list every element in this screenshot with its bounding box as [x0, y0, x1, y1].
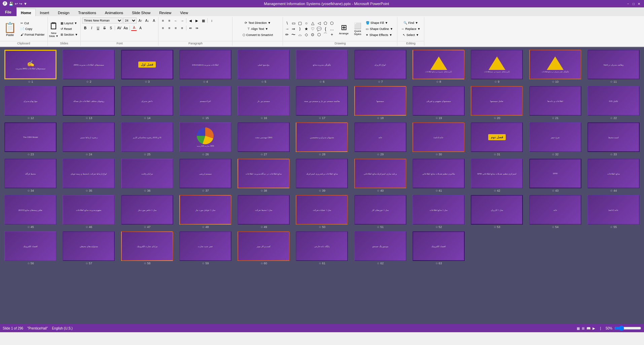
slide-thumbnail-55[interactable]: خانه (ادامه) ☆ 55: [586, 195, 641, 229]
close-button[interactable]: ✕: [637, 1, 641, 6]
slide-thumbnail-17[interactable]: مقایسه سیستم دور باز و سیستم دور بسته ☆ …: [294, 86, 350, 120]
slide-thumbnail-16[interactable]: سیستم دور باز ☆ 16: [236, 86, 291, 120]
select-button[interactable]: ↖ Select ▼: [401, 32, 420, 38]
shape-arc[interactable]: ⌒: [323, 32, 328, 37]
slide-thumbnail-32[interactable]: شرح جیمز ☆ 32: [527, 122, 583, 156]
slide-thumbnail-8[interactable]: تأثیرمتقابل مدیریت بر منابع اطلاعات ☆ 8: [411, 50, 466, 83]
slide-thumbnail-26[interactable]: CBIS مدل به GIS زمینه ☆ 26: [178, 122, 233, 156]
tab-review[interactable]: Review: [155, 9, 176, 16]
shape-effects-button[interactable]: ✦ Shape Effects ▼: [364, 32, 394, 38]
slide-thumbnail-31[interactable]: فصل دوم ☆ 31: [469, 122, 525, 156]
slide-thumbnail-25[interactable]: IS و EOS زنجیره محاسباتی کاربر ☆ 25: [119, 122, 175, 156]
align-text-button[interactable]: ⊤ Align Text ▼: [246, 26, 270, 32]
slide-thumbnail-43[interactable]: SPIR ☆ 43: [527, 159, 583, 192]
new-slide-button[interactable]: 🗒 NewSlide ▼: [49, 21, 59, 38]
shape-pentagon[interactable]: ⬠: [323, 21, 328, 26]
slide-thumbnail-34[interactable]: محیط فرگاه ☆ 34: [3, 159, 58, 192]
slide-thumbnail-6[interactable]: چگونگی مدیریت منابع ☆ 6: [294, 50, 350, 83]
slide-thumbnail-18[interactable]: سیستمها ☆ 18: [353, 86, 408, 120]
section-button[interactable]: ⊞ Section ▼: [59, 32, 79, 37]
normal-view-button[interactable]: ▦: [577, 327, 580, 330]
font-size-select[interactable]: 24: [123, 17, 137, 24]
shape-outline-button[interactable]: ▭ Shape Outline ▼: [364, 26, 394, 32]
slide-thumbnail-56[interactable]: اقتصاد الکترونیک ☆ 56: [3, 231, 58, 265]
ltr-dir-button[interactable]: ⇛: [194, 25, 200, 31]
slide-thumbnail-2[interactable]: سیستم‌های اطلاعات مدیریت (MIS) ☆ 2: [61, 50, 116, 83]
shape-heart[interactable]: ♡: [310, 26, 315, 32]
shape-oval[interactable]: ○: [303, 21, 309, 26]
shape-diamond[interactable]: ◇: [303, 32, 309, 37]
font-shrink-button[interactable]: A↓: [144, 17, 150, 24]
shape-arrow[interactable]: →: [284, 26, 290, 32]
change-case-button[interactable]: Aa: [122, 25, 129, 31]
slide-thumbnail-50[interactable]: مدل □ عملیات شرکت ☆ 50: [294, 195, 350, 229]
slide-thumbnail-9[interactable]: تأثیرمتقابل مدیریت بر منو اطلاعات ☆ 9: [469, 50, 525, 83]
slide-thumbnail-62[interactable]: مونیتورینگ جستجو ☆ 62: [353, 231, 408, 265]
find-button[interactable]: 🔍 Find ▼: [402, 20, 419, 26]
shape-rtri[interactable]: ◁: [316, 21, 322, 26]
tab-view[interactable]: View: [176, 9, 192, 16]
slide-thumbnail-14[interactable]: دانش مدیران ☆ 14: [119, 86, 175, 120]
bold-button[interactable]: B: [82, 25, 88, 31]
highlight-color-button[interactable]: A: [137, 25, 143, 31]
tab-slideshow[interactable]: Slide Show: [128, 9, 155, 16]
shape-callout[interactable]: 💬: [316, 26, 322, 32]
shape-star[interactable]: ★: [303, 26, 309, 32]
slide-thumbnail-1[interactable]: ✍سیستم‌های اطلاعات (MIS) مدیریت ☆ 1: [3, 50, 58, 83]
slide-thumbnail-54[interactable]: خانه ☆ 54: [527, 195, 583, 229]
slideshow-button[interactable]: ▶: [593, 327, 595, 330]
slide-thumbnail-10[interactable]: چگونگی همر مدیران در منابع اطلاعات ☆ 10: [527, 50, 583, 83]
rtl-dir-button[interactable]: ⇚: [187, 25, 193, 31]
tab-home[interactable]: Home: [16, 9, 36, 16]
slide-thumbnail-41[interactable]: مکانیزم تنظیم تعدیلات منابع اطلاعاتی ☆ 4…: [411, 159, 466, 192]
slide-thumbnail-7[interactable]: انواع کاربران ☆ 7: [353, 50, 408, 83]
slide-thumbnail-44[interactable]: منابع اطلاعات ☆ 44: [586, 159, 641, 192]
slide-thumbnail-21[interactable]: اطلاعات و داده ها ☆ 21: [527, 86, 583, 120]
slide-thumbnail-30[interactable]: خانه (ادامه) ☆ 30: [411, 122, 466, 156]
slide-thumbnail-52[interactable]: مدل □ منابع اطلاعات ☆ 52: [411, 195, 466, 229]
slide-thumbnail-58[interactable]: مزایای تجارت الکترونیک ☆ 58: [119, 231, 175, 265]
slide-thumbnail-23[interactable]: The CBIS Model ☆ 23: [3, 122, 58, 156]
tab-animations[interactable]: Animations: [101, 9, 128, 16]
tab-insert[interactable]: Insert: [36, 9, 54, 16]
slide-thumbnail-4[interactable]: اطلاعات مدیریت (Information) ☆ 4: [178, 50, 233, 83]
shape-extra[interactable]: +: [329, 32, 334, 37]
char-spacing-button[interactable]: AV: [116, 25, 122, 31]
slide-thumbnail-57[interactable]: مسئولیت‌های محیطی ☆ 57: [61, 231, 116, 265]
slide-thumbnail-35[interactable]: انواع ارتباط شرکت با محیط و زمینه جویان …: [61, 159, 116, 192]
slide-thumbnail-24[interactable]: زنجیره ارتباط سببی ☆ 24: [61, 122, 116, 156]
align-center-button[interactable]: ≡: [166, 25, 172, 31]
slide-thumbnail-29[interactable]: خانه ☆ 29: [353, 122, 408, 156]
slide-sorter-button[interactable]: ⊞: [582, 327, 584, 330]
reset-button[interactable]: ↺ Reset: [59, 26, 79, 32]
align-right-button[interactable]: ≡: [173, 25, 179, 31]
slide-thumbnail-36[interactable]: مزایای رقابت ☆ 36: [119, 159, 175, 192]
slide-thumbnail-63[interactable]: اقتصاد الکترونیک ☆ 63: [411, 231, 466, 265]
slide-thumbnail-47[interactable]: مدل □ حاضر مورد نیاز ☆ 47: [119, 195, 175, 229]
numbering-button[interactable]: ≡: [166, 17, 172, 24]
bullets-button[interactable]: ≡: [160, 17, 166, 24]
slide-thumbnail-37[interactable]: سیستم ارزشی ☆ 37: [178, 159, 233, 192]
underline-button[interactable]: U: [95, 25, 101, 31]
italic-button[interactable]: I: [88, 25, 95, 31]
qat-save[interactable]: 💾: [9, 2, 13, 6]
shape-more[interactable]: …: [329, 26, 334, 32]
smart-art-col-button[interactable]: ▦: [200, 17, 206, 24]
cut-button[interactable]: ✂ Cut: [19, 21, 46, 26]
qat-undo[interactable]: ↩: [15, 2, 18, 6]
tab-file[interactable]: File: [0, 7, 16, 16]
convert-smartart-button[interactable]: ⬡ Convert to SmartArt: [241, 32, 275, 38]
slide-thumbnail-42[interactable]: استراتژی تنظیم تعدیلات منابع اطلاعاتی SP…: [469, 159, 525, 192]
replace-button[interactable]: ↔ Replace ▼: [400, 26, 422, 32]
reading-view-button[interactable]: 📖: [586, 327, 591, 330]
shape-freeform[interactable]: ✏: [284, 32, 290, 37]
slide-thumbnail-3[interactable]: فصل اول ☆ 3: [119, 50, 175, 83]
slide-thumbnail-59[interactable]: عصر جدید تجارت ☆ 59: [178, 231, 233, 265]
slide-thumbnail-60[interactable]: کسب و کار موثر ☆ 60: [236, 231, 291, 265]
qat-customize[interactable]: ▼: [24, 2, 27, 6]
arrange-button[interactable]: ⊞ Arrange: [336, 22, 351, 36]
font-color-button[interactable]: A: [131, 25, 137, 31]
tab-transitions[interactable]: Transitions: [74, 9, 100, 16]
strikethrough-button[interactable]: S: [101, 25, 107, 31]
dec-indent-button[interactable]: ←: [173, 17, 179, 24]
